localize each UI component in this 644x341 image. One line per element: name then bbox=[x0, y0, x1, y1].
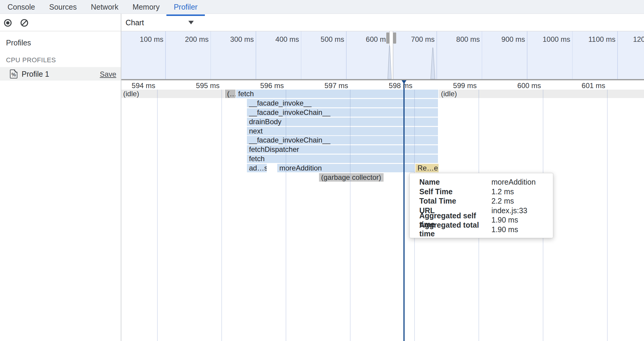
flame-box-add-numbers[interactable]: ad…s bbox=[247, 164, 267, 172]
overview-tick-label: 900 ms bbox=[492, 35, 525, 44]
flame-box-facade-invoke[interactable]: __facade_invoke__ bbox=[247, 99, 438, 107]
overview-tick-label: 1100 ms bbox=[582, 35, 615, 44]
flame-box-selected[interactable]: Re…e bbox=[415, 164, 439, 172]
flame-box-drain-body[interactable]: drainBody bbox=[247, 118, 438, 126]
profiler-toolbar: Chart bbox=[0, 14, 644, 31]
tooltip-value: 2.2 ms bbox=[491, 197, 514, 205]
tab-memory[interactable]: Memory bbox=[132, 0, 159, 14]
overview-tick-label: 1200 ms bbox=[628, 35, 644, 44]
selection-handle-left[interactable] bbox=[386, 32, 389, 44]
flame-box-truncated[interactable]: (… bbox=[225, 90, 235, 98]
ruler-tick-label: 598 ms bbox=[385, 81, 412, 90]
overview-tick-label: 800 ms bbox=[447, 35, 480, 44]
ruler-tick-label: 600 ms bbox=[514, 81, 541, 90]
flame-chart[interactable]: (idle) (… fetch (idle) __facade_invoke__… bbox=[121, 90, 644, 341]
flame-box-garbage-collector[interactable]: (garbage collector) bbox=[319, 173, 384, 182]
profiles-title: Profiles bbox=[6, 38, 31, 47]
tooltip-value: 1.2 ms bbox=[491, 187, 514, 196]
view-mode-label: Chart bbox=[126, 18, 144, 27]
overview-tick-label: 200 ms bbox=[176, 35, 209, 44]
record-icon[interactable] bbox=[4, 19, 12, 27]
timeline-overview[interactable]: 100 ms 200 ms 300 ms 400 ms 500 ms 600 m… bbox=[121, 31, 644, 79]
chevron-down-icon bbox=[188, 21, 194, 24]
flame-box-fetch[interactable]: fetch bbox=[236, 90, 438, 98]
ruler-tick-label: 594 ms bbox=[128, 81, 155, 90]
tooltip-value: index.js:33 bbox=[491, 206, 527, 215]
cpu-profiles-section-title: CPU PROFILES bbox=[6, 56, 56, 64]
ruler-tick-label: 599 ms bbox=[450, 81, 477, 90]
ruler-tick-label: 596 ms bbox=[257, 81, 284, 90]
devtools-tab-bar: Console Sources Network Memory Profiler bbox=[0, 0, 644, 14]
selection-handle-right[interactable] bbox=[393, 32, 396, 44]
time-marker-line[interactable] bbox=[403, 80, 405, 341]
tooltip-row: Self Time 1.2 ms bbox=[410, 187, 553, 197]
clear-icon[interactable] bbox=[20, 19, 29, 27]
overview-tick-label: 300 ms bbox=[221, 35, 254, 44]
ruler-tick-label: 601 ms bbox=[578, 81, 605, 90]
tab-sources[interactable]: Sources bbox=[49, 0, 77, 14]
profile-list-item[interactable]: % Profile 1 Save bbox=[0, 67, 121, 81]
profile-name: Profile 1 bbox=[22, 70, 49, 78]
tooltip-value: 1.90 ms bbox=[491, 216, 518, 224]
tooltip-label: Aggregated total time bbox=[410, 221, 491, 238]
flame-box-fetch[interactable]: fetch bbox=[247, 155, 438, 163]
flame-box-facade-invoke-chain[interactable]: __facade_invokeChain__ bbox=[247, 136, 438, 144]
overview-tick-label: 500 ms bbox=[311, 35, 344, 44]
profiles-sidebar: Profiles CPU PROFILES % Profile 1 Save bbox=[0, 31, 121, 341]
frame-details-tooltip: Name moreAddition Self Time 1.2 ms Total… bbox=[409, 173, 553, 238]
overview-tick-label: 1000 ms bbox=[537, 35, 570, 44]
save-profile-link[interactable]: Save bbox=[100, 70, 116, 78]
ruler-tick-label: 595 ms bbox=[193, 81, 220, 90]
overview-tick-label: 400 ms bbox=[266, 35, 299, 44]
tooltip-row: Aggregated total time 1.90 ms bbox=[410, 225, 553, 235]
flame-box-more-addition[interactable]: moreAddition bbox=[277, 164, 415, 172]
flame-box-idle[interactable]: (idle) bbox=[439, 90, 644, 98]
tab-profiler[interactable]: Profiler bbox=[174, 0, 197, 14]
flame-box-idle[interactable]: (idle) bbox=[121, 90, 224, 98]
overview-tick-label: 100 ms bbox=[130, 35, 163, 44]
overview-tick-label: 700 ms bbox=[402, 35, 435, 44]
tooltip-label: Total Time bbox=[410, 197, 491, 205]
flame-box-next[interactable]: next bbox=[247, 127, 438, 135]
detail-time-ruler[interactable]: 594 ms 595 ms 596 ms 597 ms 598 ms 599 m… bbox=[121, 80, 644, 90]
tooltip-row: Total Time 2.2 ms bbox=[410, 196, 553, 206]
sidebar-divider bbox=[121, 14, 121, 341]
tab-console[interactable]: Console bbox=[8, 0, 35, 14]
tooltip-label: Name bbox=[410, 178, 491, 186]
flame-box-facade-invoke-chain[interactable]: __facade_invokeChain__ bbox=[247, 108, 438, 117]
tooltip-value: moreAddition bbox=[491, 178, 536, 186]
ruler-tick-label: 597 ms bbox=[321, 81, 348, 90]
flame-box-fetch-dispatcher[interactable]: fetchDispatcher bbox=[247, 145, 438, 154]
tooltip-value: 1.90 ms bbox=[491, 225, 518, 234]
tooltip-label: Self Time bbox=[410, 187, 491, 196]
view-mode-select[interactable]: Chart bbox=[126, 17, 199, 29]
overview-tick-label: 600 ms bbox=[357, 35, 390, 44]
tab-network[interactable]: Network bbox=[91, 0, 118, 14]
tooltip-row: Name moreAddition bbox=[410, 177, 553, 187]
profile-document-icon: % bbox=[10, 69, 17, 78]
